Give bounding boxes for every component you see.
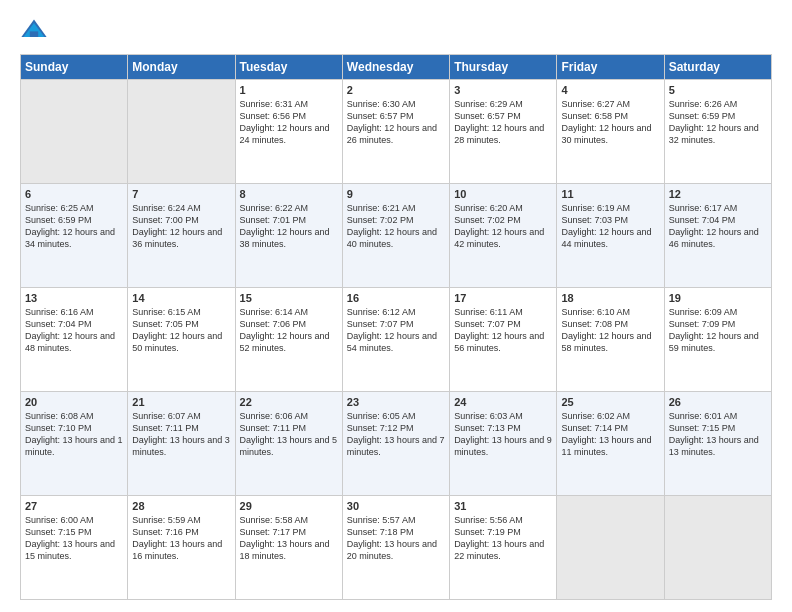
day-number: 26 (669, 396, 767, 408)
calendar-cell: 16Sunrise: 6:12 AMSunset: 7:07 PMDayligh… (342, 288, 449, 392)
cell-content: Sunrise: 6:24 AMSunset: 7:00 PMDaylight:… (132, 202, 230, 251)
day-number: 30 (347, 500, 445, 512)
day-number: 10 (454, 188, 552, 200)
cell-content: Sunrise: 5:57 AMSunset: 7:18 PMDaylight:… (347, 514, 445, 563)
day-number: 27 (25, 500, 123, 512)
day-number: 7 (132, 188, 230, 200)
day-number: 16 (347, 292, 445, 304)
day-number: 25 (561, 396, 659, 408)
cell-content: Sunrise: 6:19 AMSunset: 7:03 PMDaylight:… (561, 202, 659, 251)
calendar-cell: 10Sunrise: 6:20 AMSunset: 7:02 PMDayligh… (450, 184, 557, 288)
logo (20, 16, 52, 44)
calendar-cell: 19Sunrise: 6:09 AMSunset: 7:09 PMDayligh… (664, 288, 771, 392)
day-number: 18 (561, 292, 659, 304)
calendar-cell: 17Sunrise: 6:11 AMSunset: 7:07 PMDayligh… (450, 288, 557, 392)
calendar: SundayMondayTuesdayWednesdayThursdayFrid… (20, 54, 772, 600)
cell-content: Sunrise: 6:07 AMSunset: 7:11 PMDaylight:… (132, 410, 230, 459)
cell-content: Sunrise: 6:05 AMSunset: 7:12 PMDaylight:… (347, 410, 445, 459)
cell-content: Sunrise: 6:08 AMSunset: 7:10 PMDaylight:… (25, 410, 123, 459)
cell-content: Sunrise: 6:17 AMSunset: 7:04 PMDaylight:… (669, 202, 767, 251)
cell-content: Sunrise: 6:06 AMSunset: 7:11 PMDaylight:… (240, 410, 338, 459)
cell-content: Sunrise: 6:26 AMSunset: 6:59 PMDaylight:… (669, 98, 767, 147)
cell-content: Sunrise: 6:00 AMSunset: 7:15 PMDaylight:… (25, 514, 123, 563)
svg-rect-2 (30, 31, 38, 37)
calendar-cell: 27Sunrise: 6:00 AMSunset: 7:15 PMDayligh… (21, 496, 128, 600)
weekday-row: SundayMondayTuesdayWednesdayThursdayFrid… (21, 55, 772, 80)
cell-content: Sunrise: 6:30 AMSunset: 6:57 PMDaylight:… (347, 98, 445, 147)
day-number: 3 (454, 84, 552, 96)
calendar-cell: 22Sunrise: 6:06 AMSunset: 7:11 PMDayligh… (235, 392, 342, 496)
page: SundayMondayTuesdayWednesdayThursdayFrid… (0, 0, 792, 612)
calendar-cell: 15Sunrise: 6:14 AMSunset: 7:06 PMDayligh… (235, 288, 342, 392)
day-number: 29 (240, 500, 338, 512)
calendar-body: 1Sunrise: 6:31 AMSunset: 6:56 PMDaylight… (21, 80, 772, 600)
cell-content: Sunrise: 6:09 AMSunset: 7:09 PMDaylight:… (669, 306, 767, 355)
cell-content: Sunrise: 6:15 AMSunset: 7:05 PMDaylight:… (132, 306, 230, 355)
day-number: 9 (347, 188, 445, 200)
day-number: 2 (347, 84, 445, 96)
cell-content: Sunrise: 6:25 AMSunset: 6:59 PMDaylight:… (25, 202, 123, 251)
day-number: 24 (454, 396, 552, 408)
day-number: 4 (561, 84, 659, 96)
calendar-cell (21, 80, 128, 184)
week-row-4: 27Sunrise: 6:00 AMSunset: 7:15 PMDayligh… (21, 496, 772, 600)
day-number: 21 (132, 396, 230, 408)
week-row-1: 6Sunrise: 6:25 AMSunset: 6:59 PMDaylight… (21, 184, 772, 288)
cell-content: Sunrise: 6:01 AMSunset: 7:15 PMDaylight:… (669, 410, 767, 459)
calendar-cell: 18Sunrise: 6:10 AMSunset: 7:08 PMDayligh… (557, 288, 664, 392)
cell-content: Sunrise: 5:59 AMSunset: 7:16 PMDaylight:… (132, 514, 230, 563)
calendar-cell: 21Sunrise: 6:07 AMSunset: 7:11 PMDayligh… (128, 392, 235, 496)
day-number: 28 (132, 500, 230, 512)
cell-content: Sunrise: 5:56 AMSunset: 7:19 PMDaylight:… (454, 514, 552, 563)
calendar-cell: 31Sunrise: 5:56 AMSunset: 7:19 PMDayligh… (450, 496, 557, 600)
calendar-cell: 3Sunrise: 6:29 AMSunset: 6:57 PMDaylight… (450, 80, 557, 184)
cell-content: Sunrise: 6:27 AMSunset: 6:58 PMDaylight:… (561, 98, 659, 147)
cell-content: Sunrise: 6:12 AMSunset: 7:07 PMDaylight:… (347, 306, 445, 355)
calendar-cell: 7Sunrise: 6:24 AMSunset: 7:00 PMDaylight… (128, 184, 235, 288)
weekday-monday: Monday (128, 55, 235, 80)
cell-content: Sunrise: 6:10 AMSunset: 7:08 PMDaylight:… (561, 306, 659, 355)
cell-content: Sunrise: 6:21 AMSunset: 7:02 PMDaylight:… (347, 202, 445, 251)
calendar-header: SundayMondayTuesdayWednesdayThursdayFrid… (21, 55, 772, 80)
calendar-cell: 28Sunrise: 5:59 AMSunset: 7:16 PMDayligh… (128, 496, 235, 600)
day-number: 15 (240, 292, 338, 304)
weekday-friday: Friday (557, 55, 664, 80)
cell-content: Sunrise: 6:29 AMSunset: 6:57 PMDaylight:… (454, 98, 552, 147)
calendar-cell: 4Sunrise: 6:27 AMSunset: 6:58 PMDaylight… (557, 80, 664, 184)
calendar-cell: 11Sunrise: 6:19 AMSunset: 7:03 PMDayligh… (557, 184, 664, 288)
day-number: 13 (25, 292, 123, 304)
day-number: 6 (25, 188, 123, 200)
calendar-cell: 14Sunrise: 6:15 AMSunset: 7:05 PMDayligh… (128, 288, 235, 392)
logo-icon (20, 16, 48, 44)
day-number: 12 (669, 188, 767, 200)
cell-content: Sunrise: 6:03 AMSunset: 7:13 PMDaylight:… (454, 410, 552, 459)
day-number: 11 (561, 188, 659, 200)
week-row-3: 20Sunrise: 6:08 AMSunset: 7:10 PMDayligh… (21, 392, 772, 496)
calendar-cell: 12Sunrise: 6:17 AMSunset: 7:04 PMDayligh… (664, 184, 771, 288)
weekday-saturday: Saturday (664, 55, 771, 80)
cell-content: Sunrise: 5:58 AMSunset: 7:17 PMDaylight:… (240, 514, 338, 563)
day-number: 1 (240, 84, 338, 96)
cell-content: Sunrise: 6:14 AMSunset: 7:06 PMDaylight:… (240, 306, 338, 355)
calendar-cell: 9Sunrise: 6:21 AMSunset: 7:02 PMDaylight… (342, 184, 449, 288)
cell-content: Sunrise: 6:11 AMSunset: 7:07 PMDaylight:… (454, 306, 552, 355)
header (20, 16, 772, 44)
cell-content: Sunrise: 6:22 AMSunset: 7:01 PMDaylight:… (240, 202, 338, 251)
week-row-2: 13Sunrise: 6:16 AMSunset: 7:04 PMDayligh… (21, 288, 772, 392)
day-number: 19 (669, 292, 767, 304)
calendar-cell: 25Sunrise: 6:02 AMSunset: 7:14 PMDayligh… (557, 392, 664, 496)
day-number: 23 (347, 396, 445, 408)
calendar-cell: 20Sunrise: 6:08 AMSunset: 7:10 PMDayligh… (21, 392, 128, 496)
calendar-cell: 13Sunrise: 6:16 AMSunset: 7:04 PMDayligh… (21, 288, 128, 392)
calendar-cell (557, 496, 664, 600)
day-number: 5 (669, 84, 767, 96)
calendar-cell (664, 496, 771, 600)
cell-content: Sunrise: 6:20 AMSunset: 7:02 PMDaylight:… (454, 202, 552, 251)
weekday-tuesday: Tuesday (235, 55, 342, 80)
calendar-cell: 8Sunrise: 6:22 AMSunset: 7:01 PMDaylight… (235, 184, 342, 288)
calendar-cell: 26Sunrise: 6:01 AMSunset: 7:15 PMDayligh… (664, 392, 771, 496)
calendar-cell: 29Sunrise: 5:58 AMSunset: 7:17 PMDayligh… (235, 496, 342, 600)
cell-content: Sunrise: 6:02 AMSunset: 7:14 PMDaylight:… (561, 410, 659, 459)
cell-content: Sunrise: 6:16 AMSunset: 7:04 PMDaylight:… (25, 306, 123, 355)
day-number: 31 (454, 500, 552, 512)
